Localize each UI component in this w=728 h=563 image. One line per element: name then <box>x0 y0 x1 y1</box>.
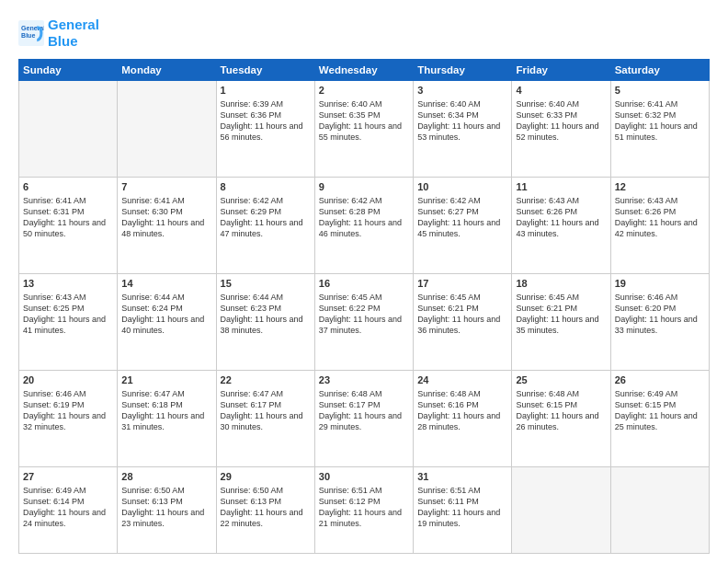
day-cell: 24Sunrise: 6:48 AMSunset: 6:16 PMDayligh… <box>414 371 512 467</box>
day-number: 4 <box>516 84 606 98</box>
logo: General Blue General Blue <box>18 17 99 50</box>
header-row: Sunday Monday Tuesday Wednesday Thursday… <box>19 60 710 81</box>
day-cell: 9Sunrise: 6:42 AMSunset: 6:28 PMDaylight… <box>314 178 413 274</box>
day-number: 16 <box>319 277 409 291</box>
day-info: Sunrise: 6:40 AMSunset: 6:33 PMDaylight:… <box>516 98 606 144</box>
calendar-table: Sunday Monday Tuesday Wednesday Thursday… <box>18 59 710 554</box>
logo-icon: General Blue <box>18 20 44 46</box>
day-cell: 16Sunrise: 6:45 AMSunset: 6:22 PMDayligh… <box>314 274 413 371</box>
day-cell: 22Sunrise: 6:47 AMSunset: 6:17 PMDayligh… <box>216 371 314 467</box>
day-number: 20 <box>23 373 113 387</box>
day-info: Sunrise: 6:46 AMSunset: 6:20 PMDaylight:… <box>615 292 705 337</box>
col-monday: Monday <box>118 60 216 81</box>
day-info: Sunrise: 6:43 AMSunset: 6:26 PMDaylight:… <box>615 195 705 240</box>
day-cell: 30Sunrise: 6:51 AMSunset: 6:12 PMDayligh… <box>314 467 413 554</box>
day-number: 12 <box>615 180 705 194</box>
day-cell: 4Sunrise: 6:40 AMSunset: 6:33 PMDaylight… <box>512 81 610 178</box>
day-cell: 5Sunrise: 6:41 AMSunset: 6:32 PMDaylight… <box>610 81 709 178</box>
day-cell: 12Sunrise: 6:43 AMSunset: 6:26 PMDayligh… <box>610 178 709 274</box>
day-info: Sunrise: 6:44 AMSunset: 6:23 PMDaylight:… <box>221 292 311 337</box>
col-sunday: Sunday <box>19 60 118 81</box>
day-number: 1 <box>221 84 311 98</box>
day-number: 27 <box>23 470 113 484</box>
day-cell: 15Sunrise: 6:44 AMSunset: 6:23 PMDayligh… <box>216 274 314 371</box>
day-cell <box>512 467 610 554</box>
week-row-3: 13Sunrise: 6:43 AMSunset: 6:25 PMDayligh… <box>19 274 710 371</box>
day-number: 3 <box>417 84 507 98</box>
col-saturday: Saturday <box>610 60 709 81</box>
day-number: 23 <box>319 373 409 387</box>
day-number: 10 <box>417 180 507 194</box>
day-number: 6 <box>23 180 113 194</box>
day-number: 11 <box>516 180 606 194</box>
day-number: 7 <box>121 180 211 194</box>
page: General Blue General Blue Sunday Monday … <box>0 0 728 563</box>
day-info: Sunrise: 6:47 AMSunset: 6:18 PMDaylight:… <box>121 388 211 433</box>
day-number: 19 <box>615 277 705 291</box>
day-cell: 28Sunrise: 6:50 AMSunset: 6:13 PMDayligh… <box>118 467 216 554</box>
day-number: 24 <box>417 373 507 387</box>
day-info: Sunrise: 6:49 AMSunset: 6:14 PMDaylight:… <box>23 485 113 530</box>
col-wednesday: Wednesday <box>314 60 413 81</box>
day-number: 30 <box>319 470 409 484</box>
logo-text: General Blue <box>48 17 99 50</box>
day-number: 28 <box>121 470 211 484</box>
col-tuesday: Tuesday <box>216 60 314 81</box>
col-thursday: Thursday <box>414 60 512 81</box>
day-cell: 7Sunrise: 6:41 AMSunset: 6:30 PMDaylight… <box>118 178 216 274</box>
day-number: 13 <box>23 277 113 291</box>
day-cell <box>19 81 118 178</box>
day-info: Sunrise: 6:49 AMSunset: 6:15 PMDaylight:… <box>615 388 705 433</box>
day-info: Sunrise: 6:42 AMSunset: 6:27 PMDaylight:… <box>417 195 507 240</box>
day-number: 21 <box>121 373 211 387</box>
col-friday: Friday <box>512 60 610 81</box>
day-number: 26 <box>615 373 705 387</box>
day-cell: 18Sunrise: 6:45 AMSunset: 6:21 PMDayligh… <box>512 274 610 371</box>
day-info: Sunrise: 6:50 AMSunset: 6:13 PMDaylight:… <box>221 485 311 530</box>
day-info: Sunrise: 6:48 AMSunset: 6:17 PMDaylight:… <box>319 388 409 433</box>
day-cell: 13Sunrise: 6:43 AMSunset: 6:25 PMDayligh… <box>19 274 118 371</box>
day-cell: 27Sunrise: 6:49 AMSunset: 6:14 PMDayligh… <box>19 467 118 554</box>
day-cell: 8Sunrise: 6:42 AMSunset: 6:29 PMDaylight… <box>216 178 314 274</box>
day-cell: 10Sunrise: 6:42 AMSunset: 6:27 PMDayligh… <box>414 178 512 274</box>
week-row-4: 20Sunrise: 6:46 AMSunset: 6:19 PMDayligh… <box>19 371 710 467</box>
day-info: Sunrise: 6:47 AMSunset: 6:17 PMDaylight:… <box>221 388 311 433</box>
day-cell <box>610 467 709 554</box>
week-row-1: 1Sunrise: 6:39 AMSunset: 6:36 PMDaylight… <box>19 81 710 178</box>
day-info: Sunrise: 6:48 AMSunset: 6:16 PMDaylight:… <box>417 388 507 433</box>
day-info: Sunrise: 6:39 AMSunset: 6:36 PMDaylight:… <box>221 98 311 144</box>
header: General Blue General Blue <box>18 17 710 50</box>
day-info: Sunrise: 6:44 AMSunset: 6:24 PMDaylight:… <box>121 292 211 337</box>
day-number: 8 <box>221 180 311 194</box>
day-cell: 6Sunrise: 6:41 AMSunset: 6:31 PMDaylight… <box>19 178 118 274</box>
day-info: Sunrise: 6:48 AMSunset: 6:15 PMDaylight:… <box>516 388 606 433</box>
day-info: Sunrise: 6:42 AMSunset: 6:29 PMDaylight:… <box>221 195 311 240</box>
day-number: 29 <box>221 470 311 484</box>
day-number: 14 <box>121 277 211 291</box>
day-info: Sunrise: 6:51 AMSunset: 6:12 PMDaylight:… <box>319 485 409 530</box>
day-number: 18 <box>516 277 606 291</box>
day-cell: 11Sunrise: 6:43 AMSunset: 6:26 PMDayligh… <box>512 178 610 274</box>
day-cell: 17Sunrise: 6:45 AMSunset: 6:21 PMDayligh… <box>414 274 512 371</box>
day-info: Sunrise: 6:45 AMSunset: 6:21 PMDaylight:… <box>516 292 606 337</box>
day-info: Sunrise: 6:51 AMSunset: 6:11 PMDaylight:… <box>417 485 507 530</box>
day-info: Sunrise: 6:45 AMSunset: 6:22 PMDaylight:… <box>319 292 409 337</box>
day-cell: 23Sunrise: 6:48 AMSunset: 6:17 PMDayligh… <box>314 371 413 467</box>
day-cell <box>118 81 216 178</box>
day-info: Sunrise: 6:46 AMSunset: 6:19 PMDaylight:… <box>23 388 113 433</box>
day-number: 5 <box>615 84 705 98</box>
day-info: Sunrise: 6:43 AMSunset: 6:25 PMDaylight:… <box>23 292 113 337</box>
day-number: 17 <box>417 277 507 291</box>
week-row-2: 6Sunrise: 6:41 AMSunset: 6:31 PMDaylight… <box>19 178 710 274</box>
day-info: Sunrise: 6:50 AMSunset: 6:13 PMDaylight:… <box>121 485 211 530</box>
day-number: 31 <box>417 470 507 484</box>
day-info: Sunrise: 6:40 AMSunset: 6:35 PMDaylight:… <box>319 98 409 144</box>
day-cell: 29Sunrise: 6:50 AMSunset: 6:13 PMDayligh… <box>216 467 314 554</box>
day-number: 2 <box>319 84 409 98</box>
day-cell: 25Sunrise: 6:48 AMSunset: 6:15 PMDayligh… <box>512 371 610 467</box>
day-info: Sunrise: 6:41 AMSunset: 6:31 PMDaylight:… <box>23 195 113 240</box>
day-cell: 21Sunrise: 6:47 AMSunset: 6:18 PMDayligh… <box>118 371 216 467</box>
day-info: Sunrise: 6:41 AMSunset: 6:30 PMDaylight:… <box>121 195 211 240</box>
day-number: 9 <box>319 180 409 194</box>
day-cell: 31Sunrise: 6:51 AMSunset: 6:11 PMDayligh… <box>414 467 512 554</box>
